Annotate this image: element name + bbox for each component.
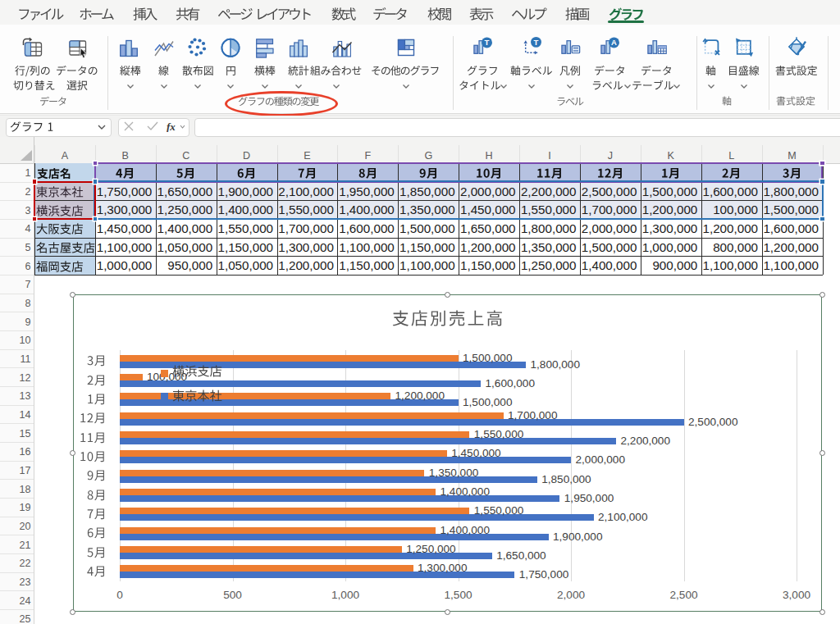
svg-text:T: T xyxy=(533,38,538,47)
svg-text:A: A xyxy=(611,38,617,47)
svg-text:T: T xyxy=(484,38,489,47)
svg-text:fx: fx xyxy=(167,121,176,132)
